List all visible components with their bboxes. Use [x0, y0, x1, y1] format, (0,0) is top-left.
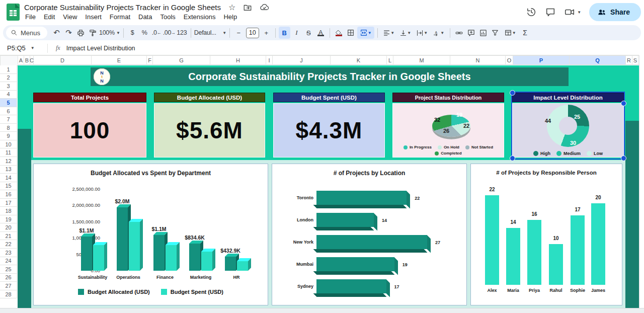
- row-header-24[interactable]: 24: [0, 257, 17, 266]
- column-header-R[interactable]: R: [626, 55, 632, 65]
- row-header-26[interactable]: 26: [0, 274, 17, 282]
- select-all-corner[interactable]: [0, 55, 18, 66]
- version-history-icon[interactable]: [526, 7, 537, 18]
- row-header-18[interactable]: 18: [0, 207, 17, 215]
- row-header-15[interactable]: 15: [0, 182, 17, 191]
- column-header-O[interactable]: O: [506, 55, 513, 65]
- projects-by-location-chart[interactable]: # of Projects by Location Toronto22Londo…: [272, 164, 467, 305]
- bold-button[interactable]: B: [279, 27, 290, 39]
- column-header-C[interactable]: C: [30, 55, 34, 65]
- font-select[interactable]: Defaul...▼: [194, 27, 226, 39]
- format-percent-button[interactable]: %: [139, 27, 150, 39]
- column-header-D[interactable]: D: [34, 55, 92, 65]
- column-header-E[interactable]: E: [92, 55, 147, 65]
- column-header-A[interactable]: A: [18, 55, 24, 65]
- row-header-6[interactable]: 6: [0, 107, 17, 116]
- paint-format-button[interactable]: [87, 27, 99, 39]
- format-currency-button[interactable]: $: [127, 27, 138, 39]
- italic-button[interactable]: I: [291, 27, 302, 39]
- row-header-25[interactable]: 25: [0, 265, 17, 274]
- google-sheets-logo[interactable]: [7, 4, 20, 21]
- decrease-decimal-button[interactable]: .0←: [151, 27, 163, 39]
- decrease-font-size-button[interactable]: −: [233, 27, 245, 39]
- selection-handle[interactable]: [621, 101, 626, 106]
- column-header-F[interactable]: F: [147, 55, 153, 65]
- menu-edit[interactable]: Edit: [40, 13, 59, 21]
- menu-extensions[interactable]: Extensions: [180, 13, 220, 21]
- undo-button[interactable]: ↶: [51, 27, 62, 39]
- row-header-21[interactable]: 21: [0, 232, 17, 241]
- row-header-13[interactable]: 13: [0, 166, 17, 174]
- impact-distribution-card[interactable]: Impact Level Distribution 253044 HighMed…: [512, 93, 624, 159]
- strikethrough-button[interactable]: S: [303, 27, 314, 39]
- table-views-button[interactable]: ▼: [502, 27, 519, 39]
- selection-handle[interactable]: [621, 155, 626, 161]
- meet-button[interactable]: ▼: [564, 7, 581, 18]
- column-header-N[interactable]: N: [450, 55, 506, 65]
- row-header-10[interactable]: 10: [0, 140, 17, 149]
- row-header-1[interactable]: 1: [0, 65, 17, 74]
- font-size-input[interactable]: 10: [246, 28, 259, 38]
- kpi-card-budget-allocated[interactable]: Budget Allocated (USD) $5.6M: [154, 93, 265, 159]
- column-header-H[interactable]: H: [210, 55, 266, 65]
- status-distribution-card[interactable]: Project Status Distribution 19222632 In …: [392, 93, 504, 159]
- selection-handle[interactable]: [510, 155, 515, 161]
- column-header-Q[interactable]: Q: [570, 55, 626, 65]
- comments-icon[interactable]: [545, 7, 556, 18]
- row-header-28[interactable]: 28: [0, 290, 17, 299]
- insert-chart-button[interactable]: [477, 27, 489, 39]
- projects-by-person-chart[interactable]: # of Projects by Responsible Person 22Al…: [470, 164, 622, 305]
- merge-cells-button[interactable]: ▼: [357, 27, 374, 39]
- row-header-22[interactable]: 22: [0, 240, 17, 249]
- row-header-23[interactable]: 23: [0, 249, 17, 257]
- insert-comment-button[interactable]: [465, 27, 477, 39]
- menu-file[interactable]: File: [21, 13, 40, 21]
- horizontal-align-button[interactable]: ▼: [381, 27, 397, 39]
- formula-input[interactable]: Impact Level Distribution: [66, 45, 135, 52]
- column-header-S[interactable]: S: [632, 55, 638, 65]
- vertical-scrollbar[interactable]: [639, 55, 644, 308]
- row-header-27[interactable]: 27: [0, 282, 17, 290]
- menus-search[interactable]: Menus: [6, 27, 47, 39]
- row-header-12[interactable]: 12: [0, 157, 17, 166]
- create-filter-button[interactable]: [490, 27, 501, 39]
- document-title[interactable]: Corporate Sustainability Projects Tracke…: [24, 3, 221, 12]
- column-header-J[interactable]: J: [273, 55, 331, 65]
- cloud-status-icon[interactable]: [260, 3, 269, 12]
- menu-view[interactable]: View: [59, 13, 81, 21]
- row-header-20[interactable]: 20: [0, 223, 17, 232]
- increase-decimal-button[interactable]: .00→: [163, 27, 176, 39]
- column-header-M[interactable]: M: [393, 55, 450, 65]
- row-header-17[interactable]: 17: [0, 199, 17, 207]
- row-header-8[interactable]: 8: [0, 124, 17, 132]
- print-button[interactable]: [75, 27, 87, 39]
- insert-link-button[interactable]: [453, 27, 465, 39]
- fill-color-button[interactable]: [333, 27, 345, 39]
- increase-font-size-button[interactable]: +: [261, 27, 272, 39]
- name-box[interactable]: P5:Q5▼: [0, 44, 43, 52]
- menu-tools[interactable]: Tools: [156, 13, 179, 21]
- menu-insert[interactable]: Insert: [81, 13, 106, 21]
- row-header-16[interactable]: 16: [0, 190, 17, 199]
- column-header-G[interactable]: G: [153, 55, 210, 65]
- row-header-9[interactable]: 9: [0, 132, 17, 140]
- row-header-7[interactable]: 7: [0, 115, 17, 124]
- row-header-14[interactable]: 14: [0, 174, 17, 182]
- share-button[interactable]: Share: [589, 3, 641, 21]
- row-header-5[interactable]: 5: [0, 99, 17, 107]
- zoom-select[interactable]: 100% ▼: [99, 27, 120, 39]
- functions-button[interactable]: Σ: [519, 27, 531, 39]
- move-folder-icon[interactable]: [243, 3, 252, 12]
- row-header-11[interactable]: 11: [0, 148, 17, 157]
- text-wrap-button[interactable]: ▼: [414, 27, 430, 39]
- text-color-button[interactable]: A: [315, 27, 327, 39]
- column-header-I[interactable]: I: [266, 55, 273, 65]
- row-header-4[interactable]: 4: [0, 91, 17, 99]
- more-formats-button[interactable]: 123: [176, 27, 188, 39]
- borders-button[interactable]: [345, 27, 357, 39]
- redo-button[interactable]: ↷: [63, 27, 74, 39]
- column-header-L[interactable]: L: [387, 55, 393, 65]
- row-header-19[interactable]: 19: [0, 215, 17, 224]
- row-header-3[interactable]: 3: [0, 82, 17, 91]
- selection-handle[interactable]: [510, 90, 515, 96]
